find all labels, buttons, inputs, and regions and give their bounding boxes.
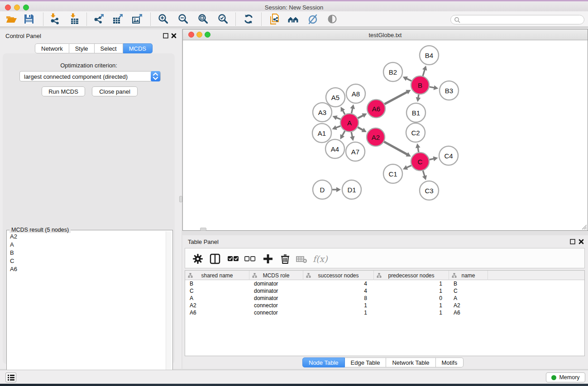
table-row[interactable]: A2connector11A2 <box>185 302 584 309</box>
splitter-handle[interactable] <box>200 228 206 231</box>
table-cell[interactable]: A <box>449 295 488 302</box>
graph-node-B2[interactable]: B2 <box>383 62 402 81</box>
split-panel-icon[interactable] <box>209 253 221 265</box>
open-session-icon[interactable] <box>5 13 17 25</box>
search-input[interactable] <box>462 16 579 24</box>
graph-node-A6[interactable]: A6 <box>367 100 385 118</box>
mcds-result-list[interactable]: A2ABCA6 <box>8 232 166 273</box>
table-cell[interactable]: 1 <box>303 302 374 309</box>
graph-edge-A-A8[interactable] <box>350 104 355 113</box>
graph-node-A1[interactable]: A1 <box>312 124 331 143</box>
graph-node-A8[interactable]: A8 <box>346 84 365 103</box>
table-cell[interactable]: C <box>185 287 249 295</box>
graph-edge-C-C1[interactable] <box>403 165 411 170</box>
graph-edge-B-B4[interactable] <box>422 66 427 76</box>
tab-motifs[interactable]: Motifs <box>436 357 464 367</box>
close-panel-icon[interactable] <box>578 239 584 244</box>
export-image-icon[interactable] <box>131 13 143 25</box>
graph-node-B3[interactable]: B3 <box>440 81 459 100</box>
graph-edge-D-D1[interactable] <box>332 187 341 192</box>
column-header-successor-nodes[interactable]: successor nodes <box>303 271 374 280</box>
graph-node-D1[interactable]: D1 <box>342 180 361 199</box>
graph-edge-A-A6[interactable] <box>358 114 367 119</box>
export-table-icon[interactable] <box>112 13 124 25</box>
tab-node-table[interactable]: Node Table <box>302 357 345 367</box>
memory-button[interactable]: Memory <box>546 372 585 382</box>
float-panel-icon[interactable] <box>163 33 168 38</box>
graph-node-D[interactable]: D <box>313 180 332 199</box>
graph-edge-B-B1[interactable] <box>416 95 421 102</box>
graph-node-B[interactable]: B <box>411 76 429 94</box>
zoom-in-icon[interactable] <box>158 13 169 25</box>
graph-node-C1[interactable]: C1 <box>383 164 402 183</box>
network-window-titlebar[interactable]: testGlobe.txt <box>183 29 588 40</box>
graph-edge-C-C4[interactable] <box>430 157 438 162</box>
graph-edge-B-B2[interactable] <box>403 76 411 81</box>
graph-node-A2[interactable]: A2 <box>367 128 385 146</box>
table-cell[interactable]: dominator <box>249 280 303 287</box>
column-header-MCDS-role[interactable]: MCDS role <box>249 271 303 280</box>
tab-edge-table[interactable]: Edge Table <box>345 357 387 367</box>
splitter-handle[interactable] <box>179 196 182 202</box>
float-panel-icon[interactable] <box>570 239 575 244</box>
close-panel-icon[interactable] <box>171 33 177 38</box>
criterion-dropdown[interactable]: largest connected component (directed) <box>19 71 161 81</box>
table-row[interactable]: Cdominator41C <box>185 287 584 295</box>
graph-edge-A-A4[interactable] <box>340 131 345 139</box>
export-network-icon[interactable] <box>93 13 105 25</box>
graph-node-A[interactable]: A <box>340 114 359 132</box>
table-cell[interactable]: C <box>449 287 488 295</box>
settings-gear-icon[interactable] <box>191 253 204 265</box>
delete-column-icon[interactable] <box>279 253 292 265</box>
graph-node-B1[interactable]: B1 <box>406 103 425 122</box>
table-cell[interactable]: 0 <box>374 295 449 302</box>
tab-select[interactable]: Select <box>95 43 123 53</box>
graph-node-B4[interactable]: B4 <box>420 46 439 65</box>
graph-edge-A2-C[interactable] <box>384 142 411 157</box>
add-column-icon[interactable] <box>262 253 274 265</box>
tab-style[interactable]: Style <box>69 43 95 53</box>
table-cell[interactable]: A2 <box>185 302 249 309</box>
graph-edge-C-C2[interactable] <box>416 143 421 152</box>
graph-edge-A6-B[interactable] <box>385 90 411 104</box>
import-table-icon[interactable] <box>69 13 81 25</box>
copy-network-icon[interactable] <box>269 13 281 25</box>
tab-mcds[interactable]: MCDS <box>123 43 153 53</box>
show-details-eye-icon[interactable] <box>326 13 338 25</box>
graph-edge-A-A5[interactable] <box>341 107 345 114</box>
column-header-name[interactable]: name <box>449 271 488 280</box>
table-cell[interactable]: B <box>185 280 249 287</box>
column-header-predecessor-nodes[interactable]: predecessor nodes <box>374 271 449 280</box>
refresh-icon[interactable] <box>243 13 254 25</box>
table-cell[interactable]: 1 <box>374 302 449 309</box>
graph-edge-A-A1[interactable] <box>332 125 340 130</box>
table-cell[interactable]: 8 <box>303 295 374 302</box>
network-canvas[interactable]: B4B2BB3A5A8A6B1A3AA1C2A2A4A7C4CC1C3DD1 <box>183 41 588 231</box>
result-item[interactable]: A6 <box>8 265 166 273</box>
column-header-shared-name[interactable]: shared name <box>185 271 249 280</box>
save-session-icon[interactable] <box>23 13 35 25</box>
tab-network[interactable]: Network <box>35 43 69 53</box>
table-cell[interactable]: connector <box>249 302 303 309</box>
graph-node-A4[interactable]: A4 <box>325 139 344 158</box>
table-row[interactable]: A6connector11A6 <box>185 309 584 316</box>
graph-node-C2[interactable]: C2 <box>406 123 425 142</box>
zoom-fit-icon[interactable] <box>197 13 209 25</box>
deselect-all-checkboxes-icon[interactable] <box>244 253 256 265</box>
hide-details-icon[interactable] <box>307 13 319 25</box>
table-cell[interactable]: 1 <box>303 309 374 316</box>
graph-node-A7[interactable]: A7 <box>346 142 365 161</box>
delete-table-icon[interactable] <box>295 253 308 265</box>
graph-node-C4[interactable]: C4 <box>439 146 458 165</box>
function-builder-icon[interactable]: f(x) <box>313 254 328 264</box>
home-icon[interactable] <box>287 13 299 25</box>
table-cell[interactable]: connector <box>249 309 303 316</box>
result-item[interactable]: A2 <box>8 232 166 240</box>
result-item[interactable]: B <box>8 248 166 257</box>
graph-edge-A-A3[interactable] <box>332 115 340 120</box>
tab-network-table[interactable]: Network Table <box>386 357 435 367</box>
result-item[interactable]: A <box>8 240 166 248</box>
zoom-selected-icon[interactable] <box>217 13 229 25</box>
result-item[interactable]: C <box>8 257 166 265</box>
graph-edge-C-C3[interactable] <box>422 171 427 180</box>
